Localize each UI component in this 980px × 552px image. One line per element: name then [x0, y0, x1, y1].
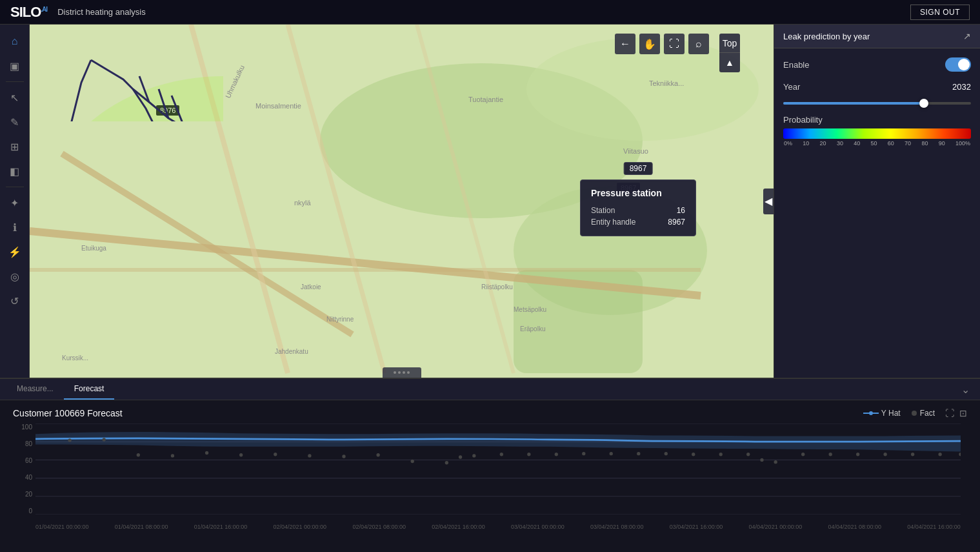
logo-area: SILO.AI District heating analysis — [10, 4, 146, 21]
svg-point-95 — [938, 453, 941, 456]
map-section: ⌂ ▣ ↖ ✎ ⊞ ◧ ✦ ℹ ⚡ ◎ ↺ — [0, 25, 980, 378]
map-hand-button[interactable]: ✋ — [639, 34, 660, 54]
collapse-dot — [403, 371, 405, 374]
x-label-2: 01/04/2021 16:00:00 — [194, 524, 248, 530]
svg-point-67 — [171, 454, 174, 457]
tab-measure[interactable]: Measure... — [6, 379, 64, 400]
prob-label-60: 60 — [888, 140, 894, 147]
svg-text:Riistäpolku: Riistäpolku — [481, 283, 513, 291]
svg-point-81 — [582, 452, 585, 455]
map-back-button[interactable]: ← — [615, 34, 635, 54]
x-label-5: 02/04/2021 16:00:00 — [432, 524, 485, 530]
svg-text:Etuikuga: Etuikuga — [81, 245, 106, 252]
svg-point-64 — [68, 438, 71, 442]
prob-label-50: 50 — [870, 140, 877, 147]
x-label-6: 03/04/2021 00:00:00 — [511, 524, 565, 530]
svg-point-72 — [342, 455, 345, 458]
prob-label-90: 90 — [939, 140, 945, 147]
y-tick-40: 40 — [13, 474, 32, 481]
bottom-section: Measure... Forecast ⌄ Customer 100669 Fo… — [0, 378, 980, 552]
tooltip-station-label: Station — [591, 205, 659, 216]
main-area: ⌂ ▣ ↖ ✎ ⊞ ◧ ✦ ℹ ⚡ ◎ ↺ — [0, 25, 980, 552]
toolbar-info[interactable]: ℹ — [3, 216, 26, 239]
toolbar-pen[interactable]: ✎ — [3, 110, 26, 134]
svg-point-90 — [801, 453, 805, 456]
svg-point-93 — [884, 453, 887, 456]
svg-point-79 — [527, 453, 530, 456]
svg-point-74 — [411, 460, 414, 463]
bottom-collapse-button[interactable]: ⌄ — [957, 380, 974, 400]
svg-point-57 — [912, 411, 917, 416]
probability-bar — [783, 128, 971, 139]
enable-label: Enable — [783, 60, 809, 70]
svg-point-96 — [959, 453, 961, 456]
collapse-dot — [398, 371, 401, 374]
svg-point-73 — [376, 453, 379, 456]
sign-out-button[interactable]: SIGN OUT — [910, 5, 970, 20]
toolbar-layers[interactable]: ◧ — [3, 159, 26, 183]
tab-forecast[interactable]: Forecast — [64, 379, 115, 400]
toolbar-cursor[interactable]: ↖ — [3, 86, 26, 109]
enable-toggle[interactable] — [945, 57, 971, 72]
legend-yhat: Y Hat — [863, 409, 901, 418]
map-frame-button[interactable]: ⛶ — [664, 34, 685, 54]
panel-toggle-button[interactable]: ◀ — [763, 189, 774, 214]
map-container[interactable]: Uhmakulku Moinsalmentie Tuotajantie Tekn… — [30, 25, 774, 378]
year-slider-thumb[interactable] — [919, 99, 928, 108]
legend-fact-icon — [911, 410, 917, 416]
x-label-9: 04/04/2021 00:00:00 — [749, 524, 803, 530]
tooltip-entity-handle-value: 8967 — [659, 216, 685, 228]
toolbar-monitor[interactable]: ▣ — [3, 54, 26, 77]
chart-title-row: Customer 100669 Forecast Y Hat — [13, 408, 967, 418]
toolbar-grid[interactable]: ⊞ — [3, 135, 26, 158]
toolbar-pointer[interactable]: ✦ — [3, 191, 26, 214]
legend-fact: Fact — [911, 409, 935, 418]
map-search-button[interactable]: ⌕ — [688, 34, 709, 54]
x-label-8: 03/04/2021 16:00:00 — [670, 524, 723, 530]
svg-point-87 — [746, 453, 750, 456]
svg-point-78 — [500, 453, 503, 456]
y-tick-0: 0 — [13, 507, 32, 515]
panel-external-link-icon[interactable]: ↗ — [963, 31, 971, 41]
chart-actions: ⛶ ⊡ — [945, 408, 967, 418]
x-label-7: 03/04/2021 08:00:00 — [590, 524, 644, 530]
bottom-tabs: Measure... Forecast ⌄ — [0, 379, 980, 400]
tooltip-station-value: 16 — [659, 205, 685, 216]
toolbar-lightning[interactable]: ⚡ — [3, 240, 26, 263]
svg-point-76 — [459, 455, 462, 458]
chart-inner — [35, 424, 961, 515]
map-tooltip: 8967 Pressure station Station 16 Entity … — [580, 179, 696, 236]
year-slider-container — [783, 102, 971, 105]
svg-point-82 — [610, 452, 613, 455]
legend-yhat-icon — [863, 410, 879, 416]
svg-text:Metsäpolku: Metsäpolku — [514, 306, 546, 313]
legend-fact-label: Fact — [920, 409, 935, 418]
x-label-4: 02/04/2021 08:00:00 — [352, 524, 406, 530]
x-label-1: 01/04/2021 08:00:00 — [115, 524, 168, 530]
toolbar-home[interactable]: ⌂ — [3, 30, 26, 53]
svg-point-94 — [911, 453, 914, 456]
chart-download-button[interactable]: ⊡ — [959, 408, 967, 418]
enable-row: Enable — [783, 57, 971, 72]
prob-label-0: 0% — [784, 140, 792, 147]
zoom-out-button[interactable]: ▲ — [719, 53, 740, 72]
year-row: Year 2032 — [783, 82, 971, 92]
svg-point-68 — [205, 451, 208, 455]
prob-label-40: 40 — [854, 140, 860, 147]
toolbar-sep-2 — [6, 187, 24, 187]
toolbar-refresh[interactable]: ↺ — [3, 289, 26, 312]
zoom-in-button[interactable]: Top — [719, 34, 740, 53]
svg-point-84 — [665, 452, 668, 455]
map-collapse-bar[interactable] — [383, 367, 421, 378]
prob-label-100: 100% — [955, 140, 970, 147]
toolbar-globe[interactable]: ◎ — [3, 265, 26, 288]
svg-point-85 — [692, 453, 695, 456]
x-label-11: 04/04/2021 16:00:00 — [907, 524, 961, 530]
right-panel-header: Leak prediction by year ↗ — [774, 25, 980, 48]
svg-point-77 — [472, 454, 475, 457]
svg-point-86 — [719, 453, 723, 456]
prob-label-20: 20 — [820, 140, 826, 147]
chart-expand-button[interactable]: ⛶ — [945, 408, 954, 418]
zoom-controls: Top ▲ — [719, 34, 740, 72]
svg-text:Tekniikka...: Tekniikka... — [649, 79, 684, 87]
